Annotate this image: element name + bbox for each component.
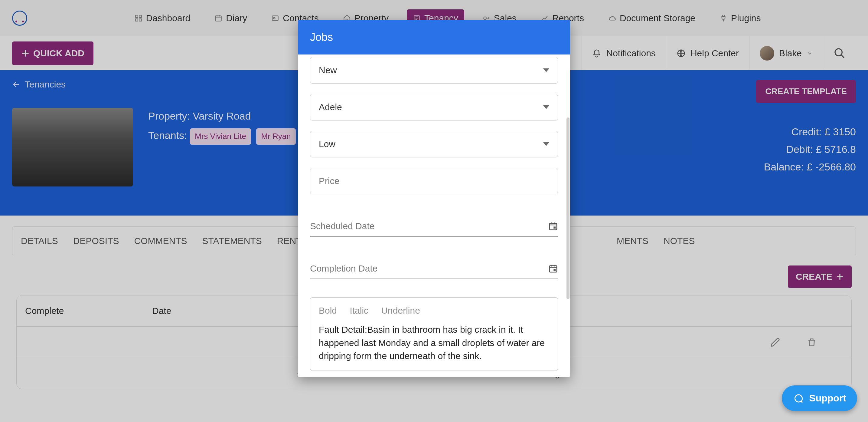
chevron-down-icon (543, 142, 549, 146)
completion-date-input[interactable]: Completion Date (310, 258, 558, 279)
calendar-icon (548, 264, 558, 273)
scheduled-date-input[interactable]: Scheduled Date (310, 216, 558, 237)
scheduled-label: Scheduled Date (310, 221, 375, 231)
modal-title: Jobs (298, 20, 570, 55)
svg-rect-11 (550, 223, 557, 230)
svg-rect-14 (554, 269, 556, 271)
completion-label: Completion Date (310, 263, 377, 274)
price-placeholder: Price (319, 176, 339, 186)
status-select[interactable]: New (310, 57, 558, 84)
description-editor[interactable]: Bold Italic Underline Fault Detail:Basin… (310, 297, 558, 371)
jobs-modal: Jobs New Adele Low Price Scheduled Date … (298, 20, 570, 377)
priority-select[interactable]: Low (310, 131, 558, 158)
svg-rect-12 (554, 226, 556, 229)
support-label: Support (809, 393, 846, 404)
description-text[interactable]: Fault Detail:Basin in bathroom has big c… (319, 323, 549, 363)
priority-value: Low (319, 139, 335, 149)
chat-icon (793, 393, 804, 404)
status-value: New (319, 65, 337, 75)
price-input[interactable]: Price (310, 168, 558, 194)
calendar-icon (548, 221, 558, 231)
assignee-value: Adele (319, 102, 342, 112)
underline-button[interactable]: Underline (381, 305, 420, 315)
bold-button[interactable]: Bold (319, 305, 337, 315)
format-toolbar: Bold Italic Underline (319, 305, 549, 316)
italic-button[interactable]: Italic (350, 305, 368, 315)
assignee-select[interactable]: Adele (310, 94, 558, 120)
chevron-down-icon (543, 105, 549, 109)
chevron-down-icon (543, 68, 549, 72)
support-button[interactable]: Support (782, 385, 857, 411)
svg-rect-13 (550, 266, 557, 272)
modal-scrollbar[interactable] (566, 117, 569, 299)
